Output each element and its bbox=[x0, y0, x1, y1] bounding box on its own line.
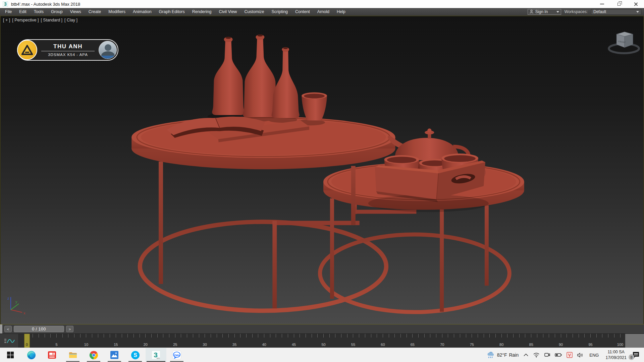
watermark-subtitle: 3DSMAX K54 - APA bbox=[38, 53, 98, 57]
start-button[interactable] bbox=[0, 348, 21, 362]
frame-tick bbox=[116, 334, 116, 338]
frame-tick bbox=[573, 334, 573, 338]
menu-graph-editors[interactable]: Graph Editors bbox=[155, 8, 189, 15]
taskbar-photos[interactable] bbox=[104, 348, 125, 362]
frame-tick bbox=[205, 334, 205, 338]
meet-now-button[interactable] bbox=[542, 348, 552, 362]
frame-tick bbox=[614, 334, 614, 338]
frame-tick bbox=[282, 334, 282, 338]
network-button[interactable] bbox=[531, 348, 542, 362]
frame-tick bbox=[252, 334, 253, 338]
menu-modifiers[interactable]: Modifiers bbox=[105, 8, 129, 15]
frame-label-20: 20 bbox=[144, 343, 148, 347]
frame-label-90: 90 bbox=[559, 343, 563, 347]
menu-civil-view[interactable]: Civil View bbox=[215, 8, 240, 15]
frame-tick bbox=[317, 334, 318, 338]
track-bar[interactable]: 0510152025303540455055606570758085909510… bbox=[0, 334, 644, 348]
edge-icon bbox=[27, 351, 36, 360]
taskbar-file-explorer[interactable] bbox=[62, 348, 83, 362]
workspaces-label: Workspaces: bbox=[565, 9, 588, 14]
frame-tick bbox=[466, 334, 466, 338]
frame-tick bbox=[211, 334, 211, 338]
minimize-button[interactable] bbox=[594, 0, 610, 8]
window-title: btb4'.max - Autodesk 3ds Max 2018 bbox=[11, 2, 80, 7]
frame-tick bbox=[418, 334, 419, 338]
frame-tick bbox=[460, 334, 460, 338]
perspective-viewport[interactable]: FRONT z x y [ + ][ Perspective ][ Standa… bbox=[0, 16, 644, 324]
taskbar-edge[interactable] bbox=[21, 348, 42, 362]
v-tool-glyph: V bbox=[568, 353, 571, 358]
menu-create[interactable]: Create bbox=[85, 8, 105, 15]
taskbar-skype[interactable]: S bbox=[125, 348, 146, 362]
menu-scripting[interactable]: Scripting bbox=[268, 8, 291, 15]
viewport-label-part-2[interactable]: [ Standard ] bbox=[41, 18, 62, 22]
menu-arnold[interactable]: Arnold bbox=[314, 8, 333, 15]
frame-label-40: 40 bbox=[262, 343, 266, 347]
time-slider[interactable]: 0 / 100 bbox=[14, 326, 64, 332]
viewport-label-part-1[interactable]: [ Perspective ] bbox=[12, 18, 39, 22]
clock[interactable]: 11:00 SA 17/09/2021 bbox=[602, 348, 630, 362]
wifi-icon bbox=[533, 353, 539, 358]
frame-tick bbox=[543, 334, 543, 338]
slider-left-edge bbox=[0, 324, 2, 334]
frame-label-0: 0 bbox=[26, 343, 28, 347]
menu-rendering[interactable]: Rendering bbox=[189, 8, 215, 15]
menu-content[interactable]: Content bbox=[291, 8, 314, 15]
chrome-icon bbox=[89, 351, 98, 360]
menu-animation[interactable]: Animation bbox=[129, 8, 155, 15]
frame-tick bbox=[442, 334, 442, 338]
menu-tools[interactable]: Tools bbox=[30, 8, 47, 15]
battery-button[interactable] bbox=[552, 348, 564, 362]
action-center-button[interactable]: 8 bbox=[630, 348, 644, 362]
frame-tick bbox=[258, 334, 258, 338]
frame-tick bbox=[187, 334, 187, 338]
frame-label-15: 15 bbox=[114, 343, 118, 347]
show-hidden-icons-button[interactable] bbox=[521, 348, 531, 362]
menu-help[interactable]: Help bbox=[333, 8, 349, 15]
taskbar-chrome[interactable] bbox=[83, 348, 104, 362]
frame-tick bbox=[347, 334, 347, 338]
workspaces-dropdown[interactable]: Default bbox=[591, 9, 641, 15]
taskbar-news[interactable] bbox=[42, 348, 62, 362]
menu-views[interactable]: Views bbox=[66, 8, 85, 15]
menu-edit[interactable]: Edit bbox=[15, 8, 30, 15]
chevron-down-icon bbox=[556, 11, 559, 13]
mini-curve-editor-button[interactable] bbox=[0, 334, 19, 348]
frame-label-35: 35 bbox=[232, 343, 236, 347]
frame-tick bbox=[513, 334, 514, 338]
previous-frame-button[interactable]: < bbox=[4, 326, 12, 332]
frame-tick bbox=[472, 334, 472, 338]
v-tool-icon: V bbox=[567, 352, 573, 358]
frame-tick bbox=[264, 334, 264, 338]
frame-tick bbox=[620, 334, 621, 338]
frame-tick bbox=[584, 334, 585, 338]
menu-customize[interactable]: Customize bbox=[240, 8, 268, 15]
restore-button[interactable] bbox=[610, 0, 627, 8]
frame-tick bbox=[199, 334, 199, 338]
taskbar-zalo[interactable]: Zalo bbox=[166, 348, 187, 362]
viewport-label-part-0[interactable]: [ + ] bbox=[3, 18, 10, 22]
close-button[interactable] bbox=[627, 0, 644, 8]
menu-group[interactable]: Group bbox=[47, 8, 66, 15]
taskbar-3ds-max[interactable]: 3 MAX bbox=[146, 348, 166, 362]
person-icon bbox=[530, 10, 533, 14]
frame-label-25: 25 bbox=[173, 343, 177, 347]
viewport-label-part-3[interactable]: [ Clay ] bbox=[64, 18, 77, 22]
v-tool-button[interactable]: V bbox=[564, 348, 575, 362]
language-indicator[interactable]: ENG bbox=[586, 348, 602, 362]
frame-tick bbox=[430, 334, 430, 338]
sign-in-dropdown[interactable]: Sign In bbox=[528, 9, 561, 15]
y-axis-label: y bbox=[15, 300, 17, 304]
frame-tick bbox=[68, 334, 68, 338]
chevron-down-icon bbox=[636, 11, 639, 13]
frame-tick bbox=[240, 334, 240, 338]
chevron-up-icon bbox=[523, 353, 529, 357]
menu-file[interactable]: File bbox=[1, 8, 15, 15]
frame-label-75: 75 bbox=[470, 343, 474, 347]
weather-widget[interactable]: 82°F Rain bbox=[484, 348, 521, 362]
next-frame-button[interactable]: > bbox=[66, 326, 73, 332]
frame-tick bbox=[33, 334, 33, 338]
volume-button[interactable] bbox=[575, 348, 586, 362]
frame-tick bbox=[507, 334, 507, 338]
large-table-right-leg[interactable] bbox=[351, 166, 356, 225]
